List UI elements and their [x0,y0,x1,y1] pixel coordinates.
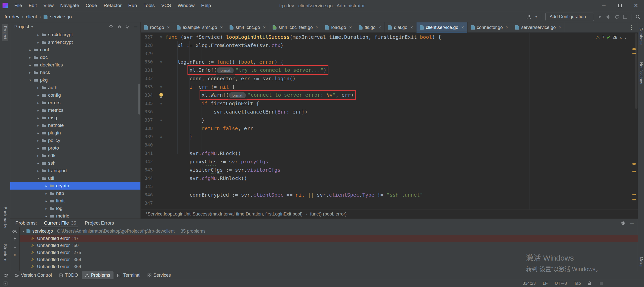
tree-item-proto[interactable]: ▸proto [10,144,140,152]
prev-problem-icon[interactable]: ∧ [620,36,622,40]
fold-marker-icon[interactable]: ∨ [157,101,165,105]
tree-item-conf[interactable]: ▸conf [10,46,140,54]
expand-arrow-icon[interactable]: ▸ [27,71,33,75]
collapse-arrow-icon[interactable]: ▾ [35,176,41,180]
tab-close-icon[interactable]: × [559,25,561,30]
chevron-down-icon[interactable]: ▾ [535,15,537,19]
breadcrumb-item-client[interactable]: client [26,14,37,20]
fold-marker-icon[interactable]: ∨ [157,85,165,89]
expand-arrow-icon[interactable]: ▸ [35,169,41,173]
tree-item-sdk[interactable]: ▸sdk [10,152,140,159]
tab-close-icon[interactable]: × [378,25,381,30]
tree-item-msg[interactable]: ▸msg [10,114,140,122]
code-line-345[interactable]: 345 [141,182,638,191]
expand-arrow-icon[interactable]: ▸ [44,184,49,188]
code-line-332[interactable]: 332conn, connector, err := svr.login() [141,74,638,83]
tree-item-sm4decrypt[interactable]: ▸sm4decrypt [10,31,140,39]
tree-item-nathole[interactable]: ▸nathole [10,122,140,129]
locate-file-icon[interactable] [109,24,113,29]
tab-close-icon[interactable]: × [461,25,464,30]
expand-arrow-icon[interactable]: ▸ [35,161,41,165]
tab-client-service-go[interactable]: client\service.go× [416,22,468,32]
run-icon[interactable] [598,15,602,19]
code-line-344[interactable]: 344svr.cfgMu.RUnlock() [141,174,638,182]
expand-arrow-icon[interactable]: ▸ [35,101,41,105]
toolwindow-button-version-control[interactable]: Version Control [12,271,55,279]
tab-close-icon[interactable]: × [316,25,319,30]
next-problem-icon[interactable]: ∨ [624,36,627,40]
code-line-328[interactable]: 328xl := xlog.FromContextSafe(svr.ctx) [141,41,638,49]
expand-arrow-icon[interactable]: ▸ [35,109,41,112]
expand-arrow-icon[interactable]: ▸ [35,93,41,97]
tab-close-icon[interactable]: × [167,25,170,30]
menu-run[interactable]: Run [125,0,140,11]
problem-row[interactable]: ⚠Unhandled error:359 [20,256,638,263]
tab-sm4-cbc-go[interactable]: sm4_cbc.go× [226,22,269,32]
problem-row[interactable]: ⚠Unhandled error:47 [20,235,638,242]
chevron-down-icon[interactable]: ▾ [31,25,33,29]
tab-server-service-go[interactable]: server\service.go× [512,22,565,32]
menu-navigate[interactable]: Navigate [57,0,82,11]
tree-item-ssh[interactable]: ▸ssh [10,159,140,167]
tool-stripe-notifications[interactable]: Notifications [638,60,644,86]
close-button[interactable]: × [628,0,644,11]
tool-stripe-database[interactable]: Database [638,25,644,47]
toolwindow-button-services[interactable]: Services [144,271,174,279]
menu-view[interactable]: View [40,0,57,11]
gear-icon[interactable] [621,221,625,225]
tree-item-dockerfiles[interactable]: ▸dockerfiles [10,61,140,69]
stripe-mark[interactable] [632,163,636,165]
menu-refactor[interactable]: Refactor [100,0,125,11]
tree-item-doc[interactable]: ▸doc [10,54,140,61]
tree-item-policy[interactable]: ▸policy [10,137,140,144]
menu-edit[interactable]: Edit [25,0,40,11]
tab-tls-go[interactable]: tls.go× [355,22,385,32]
tree-item-crypto[interactable]: ▸crypto [10,182,140,190]
chevron-down-icon[interactable]: ▾ [23,229,24,233]
expand-arrow-icon[interactable]: ▸ [35,139,41,142]
tree-item-metrics[interactable]: ▸metrics [10,106,140,114]
tab-project-errors[interactable]: Project Errors [83,219,116,227]
stripe-mark[interactable] [632,199,636,200]
indent-style[interactable]: Tab [574,281,581,286]
expand-arrow-icon[interactable]: ▸ [35,116,41,120]
fold-marker-icon[interactable]: ∧ [157,118,165,122]
tab-root-go[interactable]: root.go× [141,22,173,32]
code-line-330[interactable]: 330∨loginFunc := func() (bool, error) { [141,58,638,66]
expand-arrow-icon[interactable]: ▸ [44,192,49,195]
inspections-widget[interactable]: ⚠ 7 ✔ 28 ∧ ∨ [596,35,627,40]
stripe-mark[interactable] [632,194,636,195]
run-with-coverage-icon[interactable] [615,15,619,19]
intention-bulb[interactable] [157,93,165,97]
lock-icon[interactable] [588,281,592,286]
code-line-339[interactable]: 339∧} [141,132,638,141]
statusbar-widget-icon[interactable] [4,281,8,285]
caret-position[interactable]: 334:23 [523,281,536,286]
fold-marker-icon[interactable]: ∨ [157,60,165,64]
tree-item-sm4encrypt[interactable]: ▸sm4encrypt [10,39,140,46]
tree-item-hack[interactable]: ▸hack [10,69,140,76]
code-line-342[interactable]: 342proxyCfgs := svr.proxyCfgs [141,157,638,166]
tab-load-go[interactable]: load.go× [322,22,355,32]
code-line-337[interactable]: 337∧} [141,116,638,124]
expand-arrow-icon[interactable]: ▸ [35,131,41,135]
expand-arrow-icon[interactable]: ▸ [35,146,41,150]
tab-example-sm4-go[interactable]: example_sm4.go× [173,22,226,32]
tree-item-metric[interactable]: ▸metric [10,212,140,219]
toolwindow-switcher-icon[interactable] [2,273,11,278]
menu-help[interactable]: Help [198,0,214,11]
menu-code[interactable]: Code [82,0,100,11]
tab-options-icon[interactable]: ⋮ [625,22,638,32]
fold-marker-icon[interactable]: ∨ [157,35,165,39]
collapse-all-icon[interactable] [117,25,121,29]
code-line-331[interactable]: 331xl.Infof(format:"try to connect to se… [141,66,638,74]
code-line-341[interactable]: 341svr.cfgMu.RLock() [141,149,638,157]
tool-stripe-project[interactable]: Project [2,24,8,41]
code-editor[interactable]: 327∨func (svr *Service) loopLoginUntilSu… [141,33,638,209]
toolwindow-button-terminal[interactable]: Terminal [114,271,144,279]
code-line-335[interactable]: 335∨if firstLoginExit { [141,99,638,107]
expand-arrow-icon[interactable]: ▸ [35,154,41,158]
expand-arrow-icon[interactable]: ▸ [35,124,41,127]
tab-close-icon[interactable]: × [506,25,509,30]
menu-vcs[interactable]: VCS [158,0,174,11]
